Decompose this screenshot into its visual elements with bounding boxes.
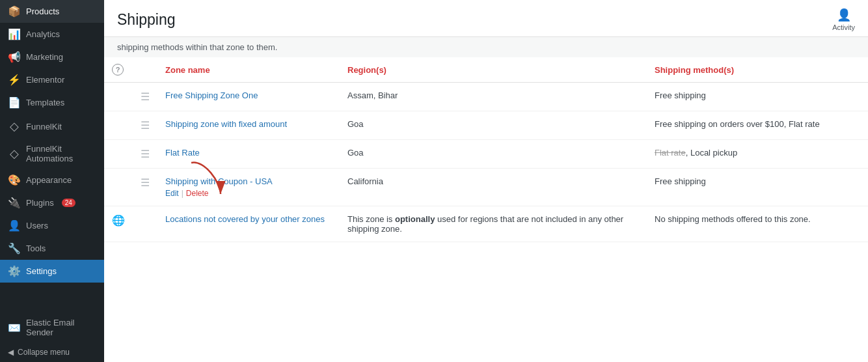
sidebar-item-settings[interactable]: ⚙️ Settings (0, 260, 104, 283)
funnelkit-icon: ◇ (8, 119, 21, 133)
region-value: California (347, 176, 383, 186)
region-cell: Assam, Bihar (340, 83, 647, 111)
col-region-header: Region(s) (340, 57, 647, 83)
collapse-menu[interactable]: ◀ Collapse menu (0, 342, 104, 362)
page-header: Shipping 👤 Activity (104, 0, 868, 37)
region-cell: Goa (340, 111, 647, 140)
sidebar-item-marketing[interactable]: 📢 Marketing (0, 46, 104, 68)
method-value: Free shipping on orders over $100, Flat … (655, 119, 820, 129)
table-row: ☰ Shipping with Coupon - USA Edit | Dele… (104, 169, 868, 206)
sidebar-label-products: Products (26, 7, 59, 16)
sidebar-item-plugins[interactable]: 🔌 Plugins 24 (0, 191, 104, 214)
plugins-icon: 🔌 (8, 197, 21, 209)
zone-name-cell: Shipping with Coupon - USA Edit | Delete (157, 169, 340, 206)
region-value: Goa (347, 119, 364, 129)
activity-label: Activity (832, 23, 855, 31)
users-icon: 👤 (8, 219, 21, 232)
main-content: Shipping 👤 Activity shipping methods wit… (104, 0, 868, 362)
edit-link[interactable]: Edit (165, 189, 179, 198)
row-help-cell (104, 111, 133, 140)
sidebar-label-funnelkit-automations: FunnelKit Automations (26, 144, 96, 163)
products-icon: 📦 (8, 5, 21, 18)
appearance-icon: 🎨 (8, 174, 21, 186)
zone-name-link[interactable]: Shipping with Coupon - USA (165, 176, 273, 186)
zone-name-cell: Free Shipping Zone One (157, 83, 340, 111)
col-method-header: Shipping method(s) (647, 57, 868, 83)
row-help-cell (104, 169, 133, 206)
tools-icon: 🔧 (8, 242, 21, 255)
sidebar-item-users[interactable]: 👤 Users (0, 214, 104, 237)
sidebar-item-analytics[interactable]: 📊 Analytics (0, 23, 104, 46)
method-cell: No shipping methods offered to this zone… (647, 206, 868, 242)
sidebar-label-marketing: Marketing (26, 52, 63, 62)
row-globe-cell: 🌐 (104, 206, 133, 242)
elastic-email-icon: ✉️ (8, 322, 21, 334)
sidebar-label-settings: Settings (26, 266, 57, 276)
method-value: Free shipping (655, 176, 706, 186)
drag-empty-cell (133, 206, 157, 242)
drag-handle-icon[interactable]: ☰ (141, 177, 150, 188)
sidebar-item-tools[interactable]: 🔧 Tools (0, 237, 104, 260)
region-value: Goa (347, 148, 364, 158)
sidebar-item-elastic-email[interactable]: ✉️ Elastic Email Sender (0, 313, 104, 342)
collapse-label: Collapse menu (18, 348, 70, 357)
sidebar-label-users: Users (26, 221, 48, 230)
region-value: Assam, Bihar (347, 90, 398, 100)
table-header-row: ? Zone name Region(s) Shipping method(s) (104, 57, 868, 83)
zone-name-link[interactable]: Flat Rate (165, 148, 200, 158)
row-help-cell (104, 140, 133, 169)
plugins-badge: 24 (62, 199, 75, 207)
sidebar-label-plugins: Plugins (26, 198, 54, 208)
shipping-table: ? Zone name Region(s) Shipping method(s)… (104, 57, 868, 242)
row-help-cell (104, 83, 133, 111)
zone-name-cell: Flat Rate (157, 140, 340, 169)
row-actions: Edit | Delete (165, 189, 332, 198)
sidebar: 📦 Products 📊 Analytics 📢 Marketing ⚡ Ele… (0, 0, 104, 362)
sidebar-label-analytics: Analytics (26, 29, 60, 39)
marketing-icon: 📢 (8, 51, 21, 63)
drag-handle-cell: ☰ (133, 83, 157, 111)
sidebar-label-funnelkit: FunnelKit (26, 122, 62, 132)
zone-name-link[interactable]: Free Shipping Zone One (165, 90, 258, 100)
sidebar-item-funnelkit-automations[interactable]: ◇ FunnelKit Automations (0, 139, 104, 169)
drag-handle-icon[interactable]: ☰ (141, 91, 150, 102)
region-cell: California (340, 169, 647, 206)
method-strikethrough: Flat rate (655, 148, 686, 158)
table-row: ☰ Free Shipping Zone One Assam, Bihar Fr… (104, 83, 868, 111)
zone-name-link[interactable]: Shipping zone with fixed amount (165, 119, 287, 129)
method-normal: Local pickup (690, 148, 737, 158)
action-separator: | (182, 189, 183, 198)
drag-handle-icon[interactable]: ☰ (141, 148, 150, 160)
zone-name-cell: Locations not covered by your other zone… (157, 206, 340, 242)
sidebar-item-products[interactable]: 📦 Products (0, 0, 104, 23)
sidebar-item-funnelkit[interactable]: ◇ FunnelKit (0, 114, 104, 139)
sidebar-item-appearance[interactable]: 🎨 Appearance (0, 169, 104, 191)
table-row: 🌐 Locations not covered by your other zo… (104, 206, 868, 242)
col-drag-header (133, 57, 157, 83)
info-bar-text: shipping methods within that zone to the… (117, 42, 277, 52)
sidebar-label-templates: Templates (26, 98, 64, 107)
sidebar-item-templates[interactable]: 📄 Templates (0, 91, 104, 114)
info-bar: shipping methods within that zone to the… (104, 37, 868, 57)
region-cell: Goa (340, 140, 647, 169)
funnelkit-automations-icon: ◇ (8, 146, 21, 161)
zone-name-link[interactable]: Locations not covered by your other zone… (165, 214, 325, 224)
drag-handle-cell: ☰ (133, 169, 157, 206)
delete-link[interactable]: Delete (186, 189, 209, 198)
settings-icon: ⚙️ (8, 265, 21, 277)
region-cell: This zone is optionally used for regions… (340, 206, 647, 242)
table-row: ☰ Flat Rate Goa Flat rate, Local pickup (104, 140, 868, 169)
sidebar-label-appearance: Appearance (26, 175, 72, 185)
help-icon[interactable]: ? (112, 64, 124, 76)
sidebar-item-elementor[interactable]: ⚡ Elementor (0, 68, 104, 91)
zone-name-cell: Shipping zone with fixed amount (157, 111, 340, 140)
region-prefix: This zone is (347, 214, 395, 224)
drag-handle-cell: ☰ (133, 111, 157, 140)
drag-handle-icon[interactable]: ☰ (141, 120, 150, 131)
globe-icon: 🌐 (112, 215, 125, 226)
sidebar-label-elementor: Elementor (26, 75, 64, 85)
method-cell: Free shipping (647, 169, 868, 206)
activity-button[interactable]: 👤 Activity (832, 8, 855, 31)
method-cell: Flat rate, Local pickup (647, 140, 868, 169)
elementor-icon: ⚡ (8, 74, 21, 86)
